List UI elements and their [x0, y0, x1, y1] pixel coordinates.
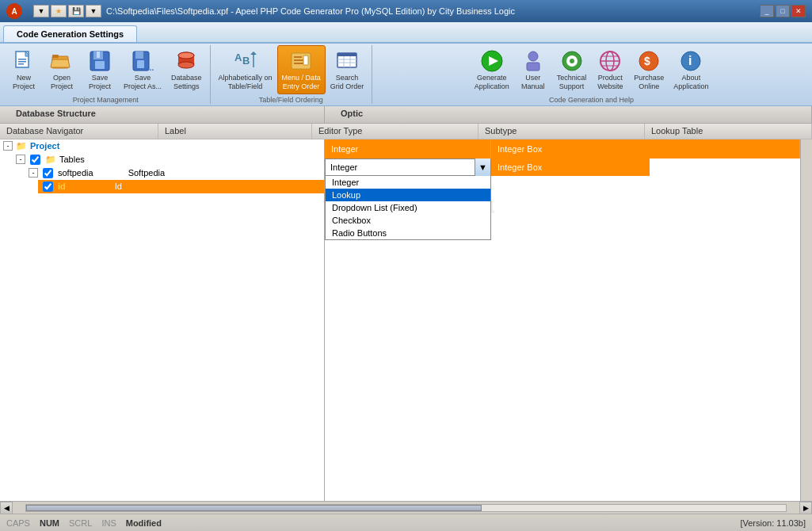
tree-id-field[interactable]: id Id [38, 180, 324, 193]
scrollbar-area: ◀ ▶ [0, 501, 812, 514]
editor-type-select[interactable]: Integer ▼ [325, 159, 491, 176]
user-manual-label: UserManual [521, 74, 545, 91]
svg-marker-7 [51, 59, 70, 67]
alphabetically-icon: AB [233, 48, 258, 74]
svg-rect-14 [137, 60, 144, 68]
dropdown-option-radio[interactable]: Radio Buttons [326, 227, 490, 239]
dropdown-row: Integer ▼ Integer Box [325, 159, 491, 176]
database-settings-label: DatabaseSettings [171, 74, 202, 91]
open-project-button[interactable]: OpenProject [43, 45, 81, 94]
id-checkbox[interactable] [43, 181, 53, 192]
dropdown-list: Integer Lookup Dropdown List (Fixed) Che… [325, 176, 491, 240]
col-header-bar: Database Navigator Label Editor Type Sub… [0, 124, 812, 139]
dropdown-option-lookup[interactable]: Lookup [326, 189, 490, 201]
dropdown-option-integer[interactable]: Integer [326, 176, 490, 189]
toolbar-group-ordering: AB Alphabetically onTable/Field Menu / D… [211, 45, 373, 104]
database-settings-button[interactable]: DatabaseSettings [166, 45, 207, 94]
svg-rect-40 [527, 63, 539, 71]
purchase-online-label: PurchaseOnline [634, 74, 664, 91]
svg-text:$: $ [644, 55, 650, 67]
product-website-label: ProductWebsite [597, 74, 623, 91]
quick-access: ▼ ★ 💾 ▼ [33, 5, 101, 17]
search-grid-order-label: SearchGrid Order [330, 74, 364, 91]
dropdown-arrow-button[interactable]: ▼ [475, 159, 490, 176]
id-field-value: Id [115, 181, 122, 191]
purchase-online-icon: $ [636, 48, 661, 74]
toolbar-group-ordering-inner: AB Alphabetically onTable/Field Menu / D… [214, 45, 369, 94]
product-website-button[interactable]: ProductWebsite [591, 45, 629, 94]
save-project-label: SaveProject [89, 74, 111, 91]
close-button[interactable]: ✕ [791, 5, 806, 17]
svg-rect-32 [337, 53, 356, 56]
save-project-as-icon: ... [130, 48, 155, 74]
maximize-button[interactable]: □ [776, 5, 790, 17]
product-website-icon [597, 48, 623, 74]
quick-btn-4[interactable]: ▼ [86, 5, 101, 17]
database-settings-icon [173, 48, 199, 74]
technical-support-label: TechnicalSupport [557, 74, 587, 91]
row-subtype: Integer Box [491, 139, 800, 159]
data-panel: Integer Integer Box Integer ▼ Integer Bo… [325, 139, 800, 501]
generate-application-label: GenerateApplication [475, 74, 509, 91]
new-project-icon [11, 48, 36, 74]
tables-checkbox[interactable] [30, 155, 40, 165]
col-label: Label [158, 124, 312, 139]
save-project-as-button[interactable]: ... SaveProject As... [119, 45, 166, 94]
tab-bar: Code Generation Settings [0, 22, 812, 44]
dropdown-option-checkbox[interactable]: Checkbox [326, 214, 490, 227]
svg-marker-25 [250, 52, 257, 55]
svg-text:...: ... [147, 63, 154, 72]
project-label: Project [30, 141, 59, 151]
tables-folder-icon: 📁 [45, 155, 56, 165]
tree-project[interactable]: - 📁 Project [0, 139, 324, 153]
user-manual-button[interactable]: UserManual [514, 45, 552, 94]
save-project-as-label: SaveProject As... [124, 74, 162, 91]
content-area: - 📁 Project - 📁 Tables - softpedia Softp… [0, 139, 812, 501]
scroll-right-button[interactable]: ▶ [799, 502, 812, 514]
menu-data-entry-icon [288, 48, 314, 74]
svg-rect-27 [294, 56, 302, 58]
search-grid-order-button[interactable]: SearchGrid Order [326, 45, 369, 94]
generate-application-button[interactable]: GenerateApplication [470, 45, 514, 94]
new-project-button[interactable]: NewProject [5, 45, 43, 94]
technical-support-icon [559, 48, 585, 74]
scrollbar-track[interactable] [25, 504, 787, 512]
save-project-button[interactable]: SaveProject [81, 45, 119, 94]
scrollbar-thumb[interactable] [26, 505, 482, 511]
technical-support-button[interactable]: TechnicalSupport [552, 45, 592, 94]
toolbar: NewProject OpenProject SaveProject [0, 44, 812, 106]
scroll-left-button[interactable]: ◀ [0, 502, 13, 514]
tables-expand[interactable]: - [16, 155, 25, 164]
minimize-button[interactable]: _ [760, 5, 774, 17]
svg-rect-10 [95, 61, 105, 69]
modified-indicator: Modified [126, 518, 162, 528]
svg-point-39 [528, 52, 538, 61]
tree-tables[interactable]: - 📁 Tables [13, 153, 324, 166]
softpedia-checkbox[interactable] [43, 168, 53, 178]
section-header-bar: Database Structure Optic [0, 106, 812, 124]
svg-rect-3 [18, 61, 26, 63]
quick-btn-2[interactable]: ★ [51, 5, 67, 17]
window-title: C:\Softpedia\Files\Softpedia.xpf - Apeel… [106, 6, 515, 16]
svg-rect-30 [303, 55, 308, 65]
user-manual-icon [520, 48, 546, 74]
row-subtype-value: Integer Box [497, 144, 542, 154]
quick-btn-1[interactable]: ▼ [33, 5, 49, 17]
options-header: Optic [325, 106, 812, 123]
project-expand[interactable]: - [3, 141, 13, 151]
status-bar: CAPS NUM SCRL INS Modified [Version: 11.… [0, 514, 812, 531]
quick-btn-3[interactable]: 💾 [68, 5, 84, 17]
col-editor-type: Editor Type [312, 124, 478, 139]
svg-rect-6 [52, 55, 59, 58]
purchase-online-button[interactable]: $ PurchaseOnline [629, 45, 669, 94]
dropdown-option-fixed[interactable]: Dropdown List (Fixed) [326, 201, 490, 214]
tree-softpedia[interactable]: - softpedia Softpedia [25, 166, 324, 180]
menu-data-entry-button[interactable]: Menu / DataEntry Order [277, 45, 326, 94]
tree-panel[interactable]: - 📁 Project - 📁 Tables - softpedia Softp… [0, 139, 325, 501]
svg-rect-11 [97, 52, 100, 58]
softpedia-expand[interactable]: - [29, 168, 38, 178]
alphabetically-button[interactable]: AB Alphabetically onTable/Field [214, 45, 277, 94]
tab-code-generation-settings[interactable]: Code Generation Settings [3, 25, 137, 42]
softpedia-value: Softpedia [128, 168, 165, 178]
about-application-button[interactable]: i AboutApplication [669, 45, 713, 94]
